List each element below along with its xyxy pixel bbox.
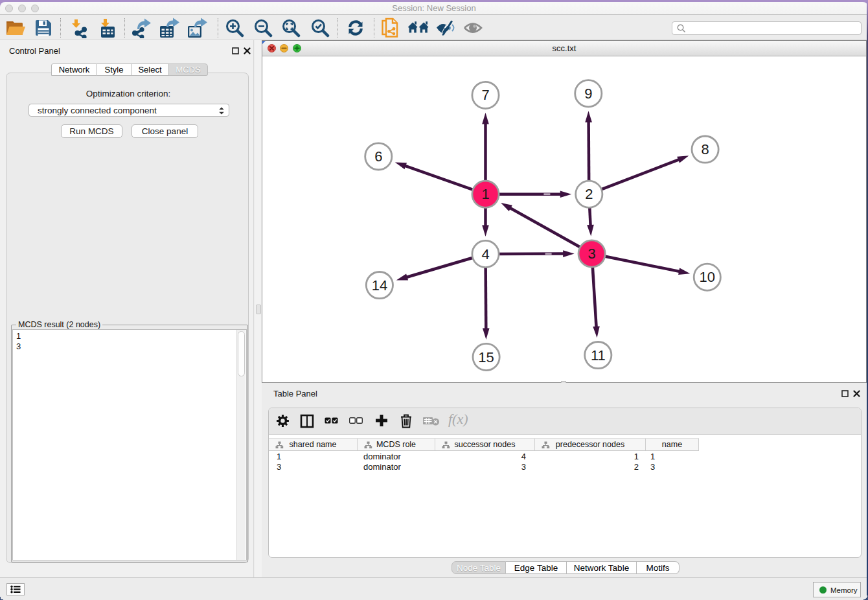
svg-text:4: 4 (481, 246, 489, 262)
svg-text:11: 11 (591, 347, 606, 363)
svg-text:7: 7 (481, 87, 489, 103)
svg-text:10: 10 (700, 269, 715, 285)
svg-text:14: 14 (372, 277, 387, 294)
svg-text:1: 1 (481, 186, 489, 202)
svg-text:2: 2 (585, 186, 593, 202)
svg-text:15: 15 (478, 349, 494, 365)
svg-text:3: 3 (588, 246, 595, 262)
svg-text:6: 6 (374, 148, 382, 165)
svg-text:8: 8 (701, 141, 709, 157)
svg-text:9: 9 (584, 86, 592, 102)
